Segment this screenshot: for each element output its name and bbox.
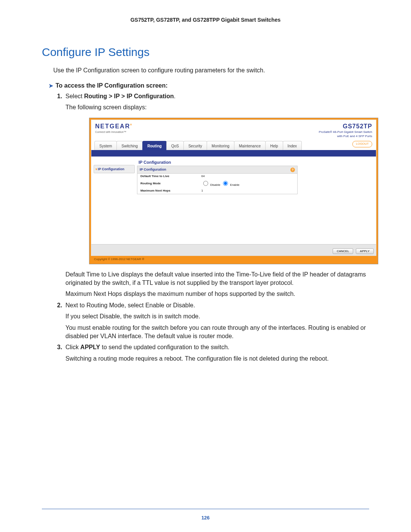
- step-1-text: Select Routing > IP > IP Configuration.: [65, 93, 175, 99]
- app-copyright: Copyright © 1996-2012 NETGEAR ®: [91, 256, 376, 263]
- panel-subtitle: IP Configuration: [140, 167, 166, 172]
- tab-security[interactable]: Security: [183, 141, 207, 150]
- brand-block: NETGEAR' Connect with Innovation™: [95, 122, 132, 134]
- chevron-icon: ➤: [49, 83, 53, 89]
- tab-help[interactable]: Help: [265, 141, 283, 150]
- tab-switching[interactable]: Switching: [116, 141, 143, 150]
- brand-logo: NETGEAR': [95, 122, 132, 131]
- panel-title: IP Configuration: [137, 159, 374, 166]
- step-3-text: Click APPLY to send the updated configur…: [65, 344, 229, 350]
- logout-button[interactable]: LOGOUT: [352, 141, 372, 147]
- routing-mode-disable[interactable]: Disable: [201, 183, 220, 187]
- step-number: 3.: [57, 343, 62, 351]
- intro-paragraph: Use the IP Configuration screen to confi…: [53, 66, 369, 75]
- product-desc-2: with PoE and 4 SFP Ports: [319, 134, 372, 139]
- radio-enable[interactable]: [223, 181, 228, 186]
- ttl-label: Default Time to Live: [140, 174, 201, 179]
- tab-index[interactable]: Index: [283, 141, 302, 150]
- step-1-p1: Default Time to Live displays the defaul…: [65, 270, 369, 287]
- cancel-button[interactable]: CANCEL: [333, 248, 353, 254]
- tab-qos[interactable]: QoS: [166, 141, 184, 150]
- tab-system[interactable]: System: [94, 141, 117, 150]
- tab-monitoring[interactable]: Monitoring: [207, 141, 234, 150]
- row-ttl: Default Time to Live 64: [137, 174, 297, 179]
- routing-mode-enable[interactable]: Enable: [221, 183, 239, 187]
- procedure-heading: ➤To access the IP Configuration screen:: [49, 82, 369, 89]
- brand-tagline: Connect with Innovation™: [95, 130, 132, 134]
- config-panel: IP Configuration IP Configuration ? Defa…: [135, 159, 374, 242]
- step-2-text: Next to Routing Mode, select Enable or D…: [65, 302, 195, 308]
- product-block: GS752TP ProSafe® 48-Port Gigabit Smart S…: [319, 122, 372, 139]
- footer-rule: [42, 509, 369, 509]
- step-2-p2: You must enable routing for the switch b…: [65, 324, 369, 340]
- main-tabs: System Switching Routing QoS Security Mo…: [91, 139, 376, 156]
- step-1: 1. Select Routing > IP > IP Configuratio…: [57, 92, 369, 298]
- step-2-p1: If you select Disable, the switch is in …: [65, 312, 369, 321]
- routing-mode-label: Routing Mode: [140, 182, 201, 186]
- panel-footer: CANCEL APPLY: [91, 244, 376, 256]
- step-3-after: Switching a routing mode requires a rebo…: [65, 355, 369, 363]
- caret-icon: ▾: [96, 168, 97, 171]
- document-header: GS752TP, GS728TP, and GS728TPP Gigabit S…: [42, 17, 369, 23]
- step-1-p2: Maximum Next Hops displays the maximum n…: [65, 290, 369, 298]
- max-hops-label: Maximum Next Hops: [140, 189, 201, 193]
- product-desc-1: ProSafe® 48-Port Gigabit Smart Switch: [319, 130, 372, 134]
- procedure-heading-text: To access the IP Configuration screen:: [56, 82, 168, 89]
- step-3: 3. Click APPLY to send the updated confi…: [57, 343, 369, 363]
- step-number: 1.: [57, 92, 62, 101]
- tab-routing[interactable]: Routing: [142, 141, 167, 150]
- sidebar: ▾IP Configuration: [94, 165, 135, 242]
- step-number: 2.: [57, 301, 62, 310]
- tab-maintenance[interactable]: Maintenance: [234, 141, 266, 150]
- app-screenshot: NETGEAR' Connect with Innovation™ GS752T…: [89, 118, 378, 264]
- ttl-value: 64: [201, 174, 205, 179]
- step-2: 2. Next to Routing Mode, select Enable o…: [57, 301, 369, 340]
- apply-button[interactable]: APPLY: [356, 248, 374, 254]
- step-1-after: The following screen displays:: [65, 103, 369, 112]
- row-routing-mode: Routing Mode Disable Enable: [137, 179, 297, 188]
- row-max-hops: Maximum Next Hops 1: [137, 188, 297, 194]
- page-title: Configure IP Settings: [42, 46, 369, 59]
- page-number: 126: [0, 515, 411, 521]
- sidebar-item-ip-config[interactable]: ▾IP Configuration: [94, 165, 135, 174]
- help-icon[interactable]: ?: [290, 168, 295, 172]
- radio-disable[interactable]: [203, 181, 208, 186]
- max-hops-value: 1: [201, 189, 203, 193]
- product-model: GS752TP: [319, 122, 372, 131]
